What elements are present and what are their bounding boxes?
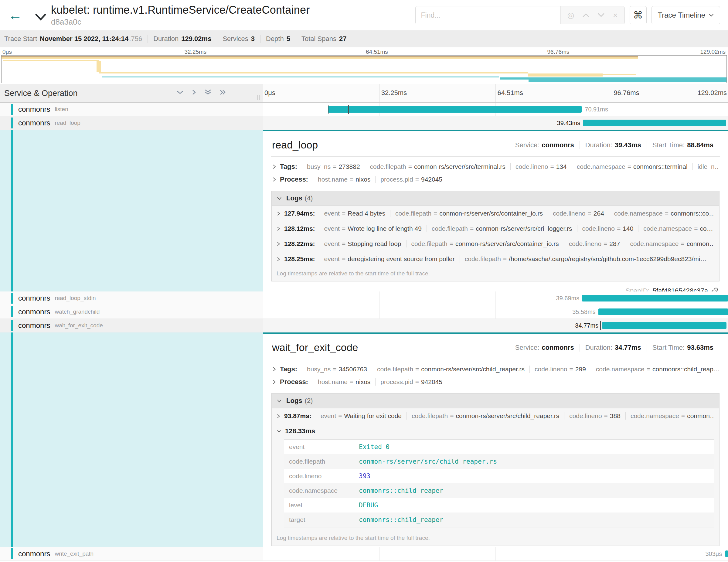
span-timeline-cell[interactable]: 39.69ms [263, 291, 728, 305]
chevron-right-icon [277, 241, 281, 247]
summary-depth: Depth 5 [266, 35, 290, 43]
axis-tick: 64.51ms [498, 89, 523, 97]
top-bar-controls: ◎ × ⌘ Trace Timeline [415, 6, 728, 24]
chevron-right-icon [277, 226, 281, 231]
log-entry-expanded-header[interactable]: 128.33ms [272, 424, 719, 437]
log-entry[interactable]: 93.87ms: event=Waiting for exit code cod… [272, 408, 719, 424]
view-selector-label: Trace Timeline [658, 11, 706, 19]
back-arrow-icon: ← [9, 8, 22, 22]
span-color-accent [11, 104, 13, 115]
span-color-accent [11, 548, 13, 559]
span-timeline-cell[interactable]: 35.58ms [263, 305, 728, 319]
span-duration-bar[interactable] [328, 106, 582, 113]
expand-one-chevron-right-icon[interactable] [191, 89, 197, 96]
focus-match-icon[interactable]: ◎ [567, 11, 574, 19]
span-duration-label: 303μs [702, 550, 725, 557]
service-name: conmonrs [18, 550, 50, 558]
span-name-cell[interactable]: conmonrs read_loop_stdin [0, 291, 263, 305]
span-duration-bar[interactable] [582, 295, 728, 301]
span-name-cell[interactable]: conmonrs write_exit_path [0, 547, 263, 561]
copy-link-icon[interactable] [711, 287, 718, 291]
span-color-accent [11, 118, 13, 128]
span-row-listen: conmonrs listen 70.91ms [0, 103, 728, 116]
operation-name: listen [55, 106, 68, 113]
prev-match-chevron-up-icon[interactable] [583, 13, 589, 17]
chevron-down-icon [277, 196, 282, 200]
expand-all-double-chevron-right-icon[interactable] [219, 89, 226, 96]
logs-header[interactable]: Logs (4) [272, 191, 719, 206]
table-row: level DEBUG [284, 498, 714, 513]
process-row[interactable]: Process: host.name=nixos process.pid=942… [271, 376, 720, 388]
span-name-cell[interactable]: conmonrs watch_grandchild [0, 305, 263, 319]
span-name-cell[interactable]: conmonrs wait_for_exit_code [0, 319, 263, 332]
log-entry[interactable]: 128.25ms: event=deregistering event sour… [272, 251, 719, 267]
process-row[interactable]: Process: host.name=nixos process.pid=942… [271, 173, 720, 186]
minimap-tick: 96.76ms [547, 49, 570, 55]
span-timeline-cell[interactable]: 34.77ms [263, 319, 728, 332]
clear-search-icon[interactable]: × [613, 11, 617, 19]
back-button[interactable]: ← [0, 0, 31, 30]
summary-total-spans: Total Spans 27 [301, 35, 346, 43]
trace-heading: kubelet: runtime.v1.RuntimeService/Creat… [51, 4, 310, 27]
span-duration-bar[interactable] [725, 550, 728, 557]
detail-indent-column[interactable] [0, 130, 263, 291]
span-detail-title: wait_for_exit_code [272, 342, 358, 353]
span-duration-bar[interactable] [598, 308, 728, 315]
minimap-tick: 32.25ms [185, 49, 207, 55]
minimap-canvas[interactable] [1, 55, 727, 83]
span-color-accent [11, 320, 13, 331]
span-name-cell[interactable]: conmonrs listen [0, 103, 263, 116]
chevron-right-icon [277, 414, 281, 419]
span-detail-read-loop: read_loop Service:conmonrs Duration:39.4… [0, 130, 728, 291]
collapse-trace-header-icon[interactable] [35, 14, 46, 22]
minimap-tick: 129.02ms [700, 49, 726, 55]
minimap-tick: 0μs [2, 49, 12, 55]
minimap-tick: 64.51ms [366, 49, 388, 55]
operation-name: write_exit_path [55, 550, 94, 557]
span-name-cell[interactable]: conmonrs read_loop [0, 116, 263, 130]
span-duration-bar[interactable] [602, 322, 726, 329]
chevron-right-icon [272, 164, 276, 169]
operation-name: wait_for_exit_code [55, 322, 103, 329]
span-timeline-cell[interactable]: 39.43ms [263, 116, 728, 130]
trace-summary-bar: Trace Start November 15 2022, 11:24:14 .… [0, 30, 728, 47]
keyboard-shortcuts-button[interactable]: ⌘ [630, 6, 647, 24]
log-entry[interactable]: 128.22ms: event=Stopping read loop code.… [272, 236, 719, 251]
axis-tick: 32.25ms [381, 89, 407, 97]
chevron-right-icon [272, 379, 276, 385]
tags-row[interactable]: Tags: busy_ns=34506763 code.filepath=con… [271, 363, 720, 376]
next-match-chevron-down-icon[interactable] [598, 13, 604, 17]
find-tools: ◎ × [560, 6, 624, 24]
chevron-down-icon [277, 429, 281, 433]
column-resize-grip[interactable] [257, 95, 260, 100]
table-row: event Exited 0 [284, 440, 714, 454]
log-entry[interactable]: 128.12ms: event=Wrote log line of length… [272, 221, 719, 236]
divider [271, 359, 720, 359]
collapse-all-double-chevron-down-icon[interactable] [204, 89, 212, 96]
span-row-write-exit-path: conmonrs write_exit_path 303μs [0, 547, 728, 561]
collapse-one-chevron-down-icon[interactable] [176, 89, 184, 96]
chevron-right-icon [277, 257, 281, 262]
axis-tick: 0μs [264, 89, 275, 97]
span-row-watch-grandchild: conmonrs watch_grandchild 35.58ms [0, 305, 728, 319]
detail-indent-column[interactable] [0, 332, 263, 547]
span-timeline-cell[interactable]: 303μs [263, 547, 728, 561]
find-box: ◎ × [415, 6, 625, 24]
span-duration-bar[interactable] [583, 120, 726, 126]
operation-name: watch_grandchild [55, 308, 100, 315]
timeline-header-row: Service & Operation 0μs 32.25ms 64. [0, 84, 728, 103]
service-name: conmonrs [18, 105, 50, 114]
span-timeline-cell[interactable]: 70.91ms [263, 103, 728, 116]
service-operation-title: Service & Operation [4, 89, 78, 98]
find-input[interactable] [416, 6, 560, 24]
logs-note: Log timestamps are relative to the start… [272, 267, 719, 281]
chevron-down-icon [709, 14, 714, 17]
operation-name: read_loop [55, 120, 80, 126]
tags-row[interactable]: Tags: busy_ns=273882 code.filepath=conmo… [271, 160, 720, 173]
logs-header[interactable]: Logs (2) [272, 393, 719, 408]
log-fields-table: event Exited 0 code.filepath conmon-rs/s… [284, 439, 714, 527]
view-selector-dropdown[interactable]: Trace Timeline [651, 6, 720, 24]
log-entry[interactable]: 127.94ms: event=Read 4 bytes code.filepa… [272, 206, 719, 221]
logs-section: Logs (2) 93.87ms: event=Waiting for exit… [271, 393, 719, 546]
span-duration-label: 35.58ms [570, 308, 598, 315]
